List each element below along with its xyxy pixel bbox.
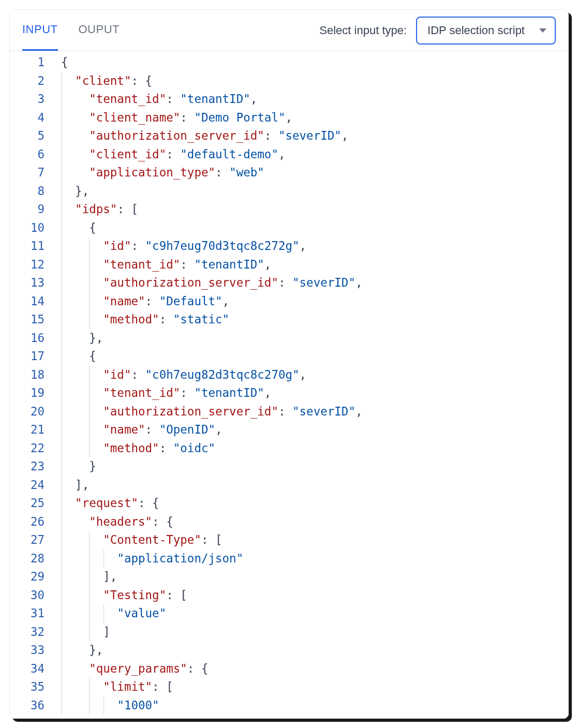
code-line[interactable]: "id": "c9h7eug70d3tqc8c272g", — [54, 237, 568, 256]
code-line[interactable]: ], — [54, 476, 568, 495]
json-key: "authorization_server_id" — [103, 276, 278, 289]
line-number: 16 — [10, 329, 45, 348]
code-line[interactable]: "authorization_server_id": "severID", — [54, 274, 568, 292]
json-punct: } — [89, 459, 96, 473]
code-line[interactable]: "id": "c0h7eug82d3tqc8c270g", — [54, 366, 568, 384]
json-key: "name" — [103, 423, 145, 436]
line-number: 33 — [10, 641, 45, 660]
json-punct: : { — [131, 74, 152, 87]
json-string: "static" — [173, 313, 229, 326]
code-line[interactable]: "request": { — [54, 494, 568, 513]
code-line[interactable]: "authorization_server_id": "severID", — [54, 127, 568, 145]
json-punct: : [ — [152, 680, 173, 693]
code-line[interactable]: "client": { — [54, 72, 568, 91]
json-punct: , — [286, 111, 293, 124]
code-line[interactable]: "application/json" — [54, 549, 568, 568]
json-punct: ], — [103, 570, 117, 583]
code-line[interactable]: "method": "static" — [54, 310, 568, 329]
line-number: 30 — [10, 586, 45, 605]
code-line[interactable]: "method": "oidc" — [54, 439, 568, 458]
line-number: 1 — [10, 53, 45, 72]
json-punct: : — [131, 239, 145, 252]
json-string: "c0h7eug82d3tqc8c270g" — [145, 368, 300, 381]
line-number: 36 — [10, 696, 45, 715]
line-number: 22 — [10, 439, 45, 458]
code-line[interactable]: "client_name": "Demo Portal", — [54, 109, 568, 127]
tab-input[interactable]: INPUT — [22, 10, 58, 51]
code-line[interactable]: { — [54, 219, 568, 237]
code-line[interactable]: "1000" — [54, 696, 568, 715]
json-punct: , — [278, 147, 286, 161]
input-type-value: IDP selection script — [427, 24, 525, 37]
code-line[interactable]: "name": "Default", — [54, 292, 568, 311]
code-line[interactable]: ] — [54, 623, 568, 642]
json-key: "method" — [103, 441, 159, 455]
code-line[interactable]: "name": "OpenID", — [54, 421, 568, 439]
json-punct: }, — [89, 331, 103, 345]
code-line[interactable]: }, — [54, 641, 568, 660]
json-key: "tenant_id" — [103, 386, 180, 399]
code-line[interactable]: { — [54, 53, 568, 72]
line-number: 7 — [10, 164, 45, 182]
line-number: 31 — [10, 604, 45, 623]
code-line[interactable]: "authorization_server_id": "severID", — [54, 403, 568, 421]
code-line[interactable]: "tenant_id": "tenantID", — [54, 256, 568, 274]
code-line[interactable]: "value" — [54, 604, 568, 623]
tab-output[interactable]: OUPUT — [79, 10, 120, 51]
json-punct: : — [180, 111, 194, 124]
line-number: 27 — [10, 531, 45, 549]
code-line[interactable]: ], — [54, 568, 568, 586]
json-key: "Testing" — [103, 588, 166, 602]
json-key: "client_id" — [89, 147, 166, 161]
code-line[interactable]: }, — [54, 182, 568, 201]
code-line[interactable]: "idps": [ — [54, 200, 568, 219]
json-punct: : — [180, 258, 194, 271]
json-key: "limit" — [103, 680, 152, 693]
json-punct: , — [342, 129, 349, 142]
code-line[interactable]: "client_id": "default-demo", — [54, 145, 568, 164]
json-punct: : — [215, 166, 229, 179]
code-line[interactable]: "headers": { — [54, 513, 568, 531]
json-punct: }, — [89, 643, 103, 657]
json-punct: : [ — [117, 202, 138, 216]
json-punct: : — [278, 276, 292, 289]
json-key: "Content-Type" — [103, 533, 201, 546]
line-number: 19 — [10, 384, 45, 403]
json-punct: ], — [75, 478, 89, 492]
line-number: 23 — [10, 457, 45, 476]
json-key: "authorization_server_id" — [89, 129, 264, 142]
line-number: 15 — [10, 310, 45, 329]
line-number: 8 — [10, 182, 45, 201]
line-number: 12 — [10, 256, 45, 274]
json-punct: : — [145, 294, 159, 308]
code-line[interactable]: "limit": [ — [54, 678, 568, 696]
line-number: 17 — [10, 347, 45, 366]
code-line[interactable]: "application_type": "web" — [54, 164, 568, 182]
code-editor[interactable]: 1234567891011121314151617181920212223242… — [10, 51, 568, 718]
code-line[interactable]: } — [54, 457, 568, 476]
code-line[interactable]: "Content-Type": [ — [54, 531, 568, 549]
input-type-select[interactable]: IDP selection script — [416, 17, 556, 44]
input-type-label: Select input type: — [319, 24, 407, 37]
line-number: 20 — [10, 403, 45, 421]
json-punct: : { — [187, 662, 209, 675]
json-punct: : { — [152, 515, 173, 528]
editor-panel: INPUT OUPUT Select input type: IDP selec… — [9, 9, 569, 719]
line-number: 10 — [10, 219, 45, 237]
json-string: "tenantID" — [194, 386, 264, 399]
code-area[interactable]: { "client": { "tenant_id": "tenantID", "… — [54, 51, 568, 718]
code-line[interactable]: "tenant_id": "tenantID", — [54, 384, 568, 403]
code-line[interactable]: }, — [54, 329, 568, 348]
json-punct: : — [166, 92, 180, 106]
code-line[interactable]: "query_params": { — [54, 660, 568, 678]
code-line[interactable]: "Testing": [ — [54, 586, 568, 605]
code-line[interactable]: "tenant_id": "tenantID", — [54, 90, 568, 109]
line-number: 35 — [10, 678, 45, 696]
json-punct: , — [223, 294, 230, 308]
json-string: "web" — [229, 166, 264, 179]
json-punct: , — [264, 386, 272, 399]
line-number: 32 — [10, 623, 45, 642]
code-line[interactable]: { — [54, 347, 568, 366]
tab-output-label: OUPUT — [79, 23, 120, 36]
json-key: "client" — [75, 74, 131, 87]
